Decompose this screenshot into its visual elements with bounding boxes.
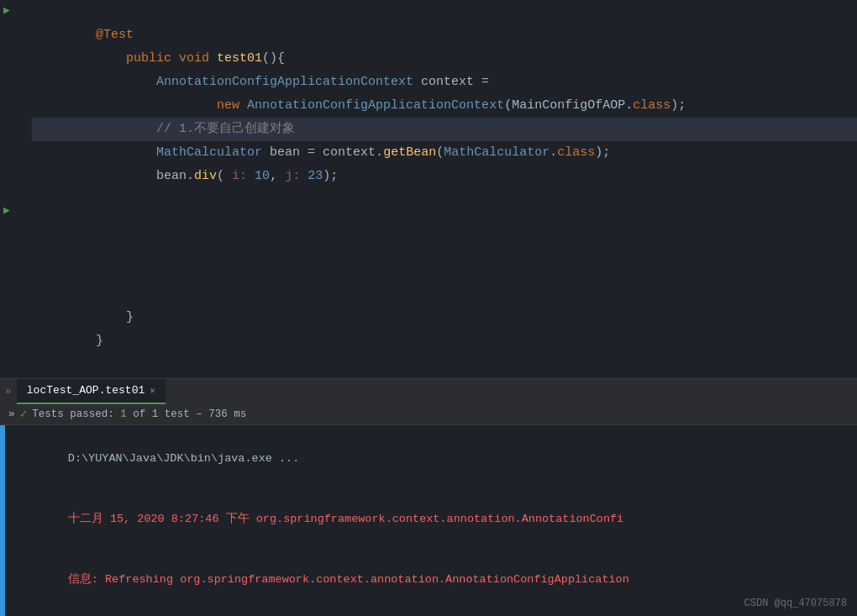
panel-tabs: » locTest_AOP.test01 ✕ bbox=[0, 378, 857, 403]
code-line-brace1: } bbox=[32, 282, 857, 306]
code-line-1: @Test bbox=[32, 0, 857, 24]
code-line-11 bbox=[32, 235, 857, 259]
breakpoint-arrow-mid: ▶ bbox=[3, 203, 10, 217]
console-lines: D:\YUYAN\Java\JDK\bin\java.exe ... 十二月 1… bbox=[0, 425, 857, 616]
tab-close-button[interactable]: ✕ bbox=[150, 378, 155, 403]
console-line-3: 信息: Refreshing org.springframework.conte… bbox=[13, 550, 849, 610]
code-line-brace2: } bbox=[32, 306, 857, 329]
code-line-9 bbox=[32, 188, 857, 212]
nav-arrow-icon: » bbox=[8, 408, 15, 420]
status-text: Tests passed: 1 of 1 test – 736 ms bbox=[32, 408, 246, 420]
console-line-2: 十二月 15, 2020 8:27:46 下午 org.springframew… bbox=[13, 489, 849, 550]
check-icon: ✓ bbox=[20, 407, 27, 421]
watermark: CSDN @qq_47075878 bbox=[744, 598, 847, 609]
editor-container: ▶ ▶ @Test public void test01(){ Annotati… bbox=[0, 0, 857, 616]
status-bar: » ✓ Tests passed: 1 of 1 test – 736 ms bbox=[0, 403, 857, 425]
console-area: D:\YUYAN\Java\JDK\bin\java.exe ... 十二月 1… bbox=[0, 425, 857, 616]
code-editor[interactable]: ▶ ▶ @Test public void test01(){ Annotati… bbox=[0, 0, 857, 378]
code-line-10 bbox=[32, 212, 857, 235]
code-lines: @Test public void test01(){ AnnotationCo… bbox=[32, 0, 857, 329]
code-line-2: public void test01(){ bbox=[32, 24, 857, 47]
code-line-12 bbox=[32, 259, 857, 282]
breakpoint-arrow-top: ▶ bbox=[3, 3, 10, 17]
console-line-1: D:\YUYAN\Java\JDK\bin\java.exe ... bbox=[13, 429, 849, 489]
panel-arrow-icon: » bbox=[0, 385, 17, 398]
tab-loctest-aop[interactable]: locTest_AOP.test01 ✕ bbox=[17, 379, 166, 404]
tab-label: locTest_AOP.test01 bbox=[27, 378, 145, 403]
console-line-4: div运行。。。参数列表是{[10, 23]} bbox=[13, 610, 849, 616]
console-left-bar bbox=[0, 425, 5, 616]
